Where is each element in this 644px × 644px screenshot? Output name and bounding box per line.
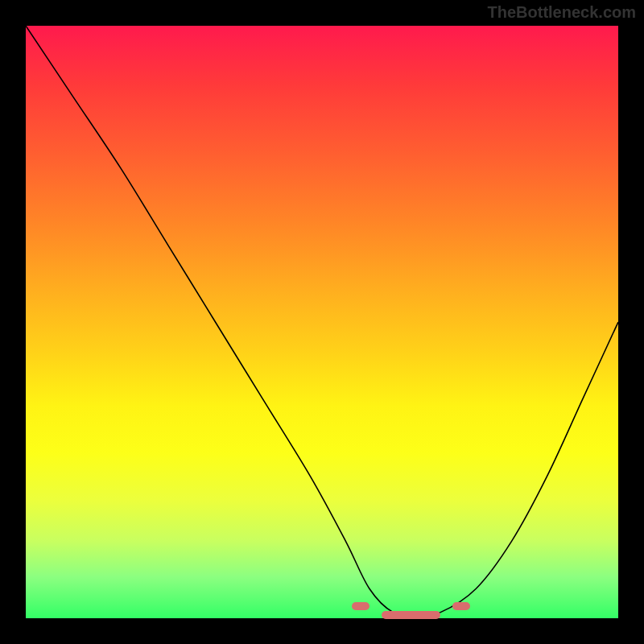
bottleneck-curve bbox=[26, 26, 618, 618]
watermark-text: TheBottleneck.com bbox=[488, 3, 636, 22]
marker-segment bbox=[352, 602, 369, 610]
chart-plot-area bbox=[26, 26, 618, 618]
marker-segment bbox=[382, 611, 441, 619]
marker-segment bbox=[452, 602, 470, 610]
